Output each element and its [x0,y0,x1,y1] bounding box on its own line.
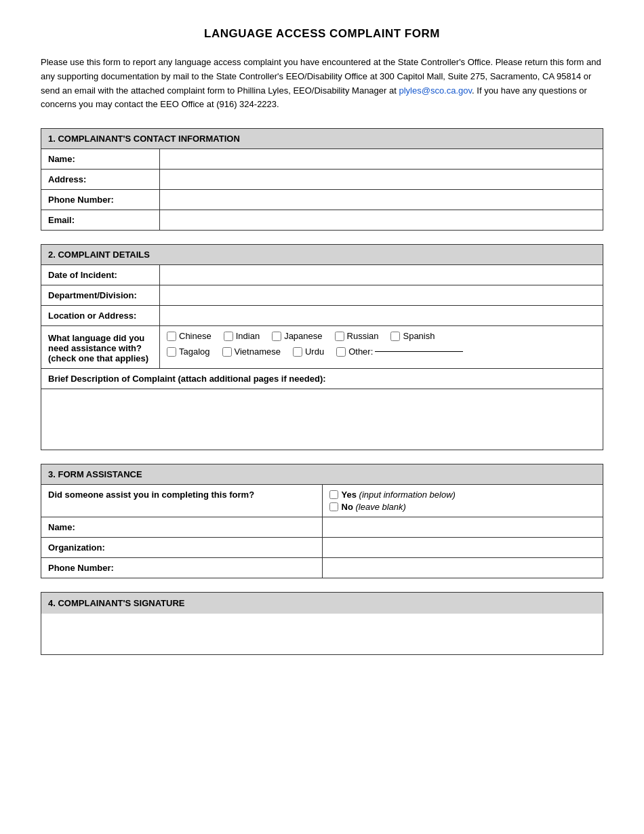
indian-input[interactable] [224,332,233,341]
section4-header: 4. COMPLAINANT'S SIGNATURE [41,593,603,614]
description-header: Brief Description of Complaint (attach a… [41,369,603,389]
other-checkbox[interactable]: Other: [336,346,463,357]
section1-table: 1. COMPLAINANT'S CONTACT INFORMATION Nam… [41,128,603,231]
yes-checkbox[interactable] [329,490,338,499]
yes-label: Yes (input information below) [342,490,456,500]
email-link[interactable]: plyles@sco.ca.gov [399,85,472,96]
section1-header: 1. COMPLAINANT'S CONTACT INFORMATION [41,129,603,149]
email-value [160,210,603,231]
address-value [160,170,603,190]
dept-value [160,285,603,306]
tagalog-checkbox[interactable]: Tagalog [167,346,210,357]
org-value [322,538,603,558]
assist-name-value [322,517,603,538]
description-area [41,389,603,450]
form-title: LANGUAGE ACCESS COMPLAINT FORM [41,27,603,41]
org-label: Organization: [41,538,323,558]
chinese-checkbox[interactable]: Chinese [167,331,212,341]
japanese-input[interactable] [272,332,281,341]
assist-question: Did someone assist you in completing thi… [41,485,323,517]
section4-container: 4. COMPLAINANT'S SIGNATURE [41,592,603,655]
language-options: Chinese Indian Japanese Russian Spanish … [160,326,603,369]
russian-checkbox[interactable]: Russian [335,331,379,341]
address-label: Address: [41,170,160,190]
signature-area [41,614,603,654]
vietnamese-checkbox[interactable]: Vietnamese [222,346,281,357]
section2-header: 2. COMPLAINT DETAILS [41,245,603,265]
no-label: No (leave blank) [342,502,406,512]
date-label: Date of Incident: [41,265,160,285]
language-label: What language did you need assistance wi… [41,326,160,369]
date-value [160,265,603,285]
dept-label: Department/Division: [41,285,160,306]
vietnamese-input[interactable] [222,347,232,357]
phone-value [160,190,603,210]
assist-phone-label: Phone Number: [41,558,323,578]
location-label: Location or Address: [41,306,160,326]
russian-input[interactable] [335,332,344,341]
chinese-input[interactable] [167,332,176,341]
japanese-checkbox[interactable]: Japanese [272,331,322,341]
tagalog-input[interactable] [167,347,176,357]
section3-header: 3. FORM ASSISTANCE [41,464,603,485]
assist-phone-value [322,558,603,578]
urdu-checkbox[interactable]: Urdu [293,346,324,357]
email-label: Email: [41,210,160,231]
other-input[interactable] [336,347,346,357]
phone-label: Phone Number: [41,190,160,210]
section3-table: 3. FORM ASSISTANCE Did someone assist yo… [41,464,603,578]
spanish-input[interactable] [390,332,400,341]
assist-answer: Yes (input information below) No (leave … [322,485,603,517]
assist-name-label: Name: [41,517,323,538]
name-label: Name: [41,149,160,170]
location-value [160,306,603,326]
name-value [160,149,603,170]
indian-checkbox[interactable]: Indian [224,331,260,341]
intro-text: Please use this form to report any langu… [41,56,603,112]
no-checkbox[interactable] [329,502,338,511]
section2-table: 2. COMPLAINT DETAILS Date of Incident: D… [41,244,603,450]
urdu-input[interactable] [293,347,302,357]
spanish-checkbox[interactable]: Spanish [390,331,435,341]
